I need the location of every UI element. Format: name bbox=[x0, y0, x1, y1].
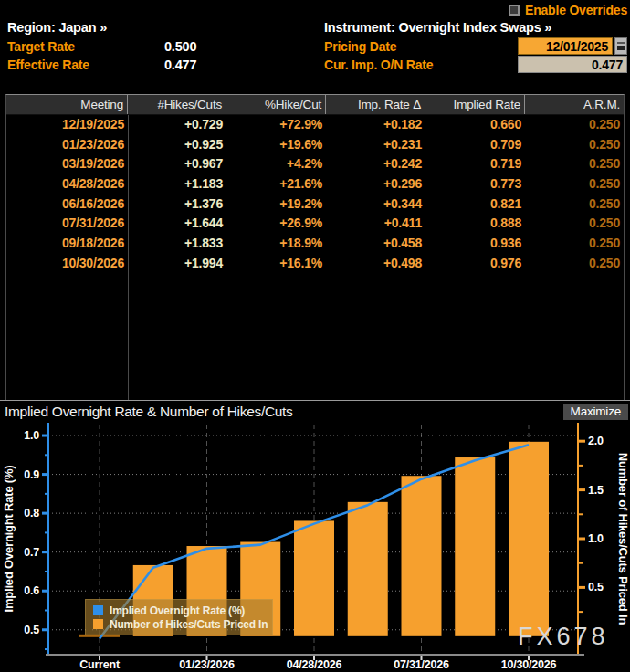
cell-meeting: 01/23/2026 bbox=[6, 135, 128, 155]
svg-text:1.0: 1.0 bbox=[588, 532, 604, 545]
svg-text:0.9: 0.9 bbox=[24, 468, 39, 481]
cell-pct-hike-cut: +72.9% bbox=[226, 115, 326, 135]
svg-text:10/30/2026: 10/30/2026 bbox=[501, 658, 557, 671]
effective-rate-label: Effective Rate bbox=[7, 58, 89, 72]
effective-rate-value: 0.477 bbox=[164, 58, 196, 72]
cell-implied-rate: 0.660 bbox=[425, 115, 525, 135]
cell-hikes-cuts: +1.644 bbox=[128, 214, 226, 234]
cell-pct-hike-cut: +16.1% bbox=[226, 254, 326, 274]
cell-pct-hike-cut: +19.2% bbox=[226, 194, 326, 215]
table-row[interactable]: 07/31/2026+1.644+26.9%+0.4110.8880.250 bbox=[6, 214, 624, 234]
cell-arm: 0.250 bbox=[525, 194, 624, 215]
svg-text:07/31/2026: 07/31/2026 bbox=[394, 658, 449, 671]
chart-section: Implied Overnight Rate & Number of Hikes… bbox=[0, 400, 630, 672]
svg-text:0.5: 0.5 bbox=[24, 624, 39, 636]
cell-pct-hike-cut: +19.6% bbox=[226, 135, 326, 155]
cell-imp-rate-delta: +0.344 bbox=[326, 194, 425, 215]
table-row[interactable]: 12/19/2025+0.729+72.9%+0.1820.6600.250 bbox=[6, 115, 624, 135]
table-row[interactable]: 03/19/2026+0.967+4.2%+0.2420.7190.250 bbox=[6, 154, 624, 174]
svg-text:Current: Current bbox=[79, 658, 121, 671]
cell-hikes-cuts: +0.967 bbox=[128, 154, 226, 174]
enable-overrides-checkbox[interactable] bbox=[509, 5, 520, 16]
table-row[interactable]: 01/23/2026+0.925+19.6%+0.2310.7090.250 bbox=[6, 135, 624, 155]
col-header-implied-rate[interactable]: Implied Rate bbox=[425, 95, 525, 114]
table-row[interactable]: 06/16/2026+1.376+19.2%+0.3440.8210.250 bbox=[6, 194, 624, 215]
cell-hikes-cuts: +0.729 bbox=[128, 115, 226, 135]
chart-body: 0.50.60.70.80.91.00.51.01.52.0Current01/… bbox=[0, 423, 630, 672]
cell-imp-rate-delta: +0.411 bbox=[326, 214, 425, 234]
maximize-button[interactable]: Maximize bbox=[563, 404, 628, 420]
svg-text:2.0: 2.0 bbox=[588, 435, 604, 447]
svg-text:0.6: 0.6 bbox=[24, 584, 39, 597]
cell-implied-rate: 0.719 bbox=[425, 154, 525, 174]
enable-overrides-control[interactable]: Enable Overrides bbox=[509, 3, 627, 17]
svg-text:0.7: 0.7 bbox=[24, 546, 39, 559]
meetings-table: Meeting #Hikes/Cuts %Hike/Cut Imp. Rate … bbox=[5, 94, 625, 400]
chart-legend: Implied Overnight Rate (%)Number of Hike… bbox=[85, 599, 273, 635]
cell-arm: 0.250 bbox=[525, 115, 624, 135]
cell-hikes-cuts: +1.994 bbox=[128, 254, 226, 274]
cell-implied-rate: 0.936 bbox=[425, 234, 525, 254]
table-row[interactable]: 10/30/2026+1.994+16.1%+0.4980.9760.250 bbox=[6, 254, 624, 274]
col-header-pct-hike-cut[interactable]: %Hike/Cut bbox=[226, 95, 326, 114]
cell-meeting: 10/30/2026 bbox=[6, 254, 128, 274]
cell-implied-rate: 0.773 bbox=[425, 174, 525, 194]
col-header-arm[interactable]: A.R.M. bbox=[525, 95, 624, 114]
cell-arm: 0.250 bbox=[525, 214, 624, 234]
cell-pct-hike-cut: +26.9% bbox=[226, 214, 326, 234]
wirp-screen: Enable Overrides Region: Japan » Instrum… bbox=[0, 0, 630, 672]
cell-meeting: 04/28/2026 bbox=[6, 174, 128, 194]
cell-pct-hike-cut: +18.9% bbox=[226, 234, 326, 254]
col-header-meeting[interactable]: Meeting bbox=[6, 95, 128, 114]
cell-meeting: 12/19/2025 bbox=[6, 115, 128, 135]
svg-text:01/23/2026: 01/23/2026 bbox=[179, 658, 235, 671]
svg-text:0.8: 0.8 bbox=[24, 507, 39, 520]
cell-arm: 0.250 bbox=[525, 135, 624, 155]
svg-text:1.0: 1.0 bbox=[24, 429, 39, 442]
table-row[interactable]: 09/18/2026+1.833+18.9%+0.4580.9360.250 bbox=[6, 234, 624, 254]
svg-text:04/28/2026: 04/28/2026 bbox=[287, 658, 342, 671]
col-header-imp-rate-delta[interactable]: Imp. Rate Δ bbox=[326, 95, 425, 114]
pricing-date-input[interactable]: 12/01/2025 bbox=[518, 37, 613, 55]
cell-arm: 0.250 bbox=[525, 254, 624, 274]
cell-imp-rate-delta: +0.296 bbox=[326, 174, 425, 194]
col-header-hikes-cuts[interactable]: #Hikes/Cuts bbox=[128, 95, 226, 114]
cell-arm: 0.250 bbox=[525, 234, 624, 254]
cell-pct-hike-cut: +21.6% bbox=[226, 174, 326, 194]
pricing-date-label: Pricing Date bbox=[324, 39, 396, 54]
calendar-icon bbox=[617, 42, 625, 50]
cell-meeting: 09/18/2026 bbox=[6, 234, 128, 254]
cell-implied-rate: 0.821 bbox=[425, 194, 525, 215]
cell-arm: 0.250 bbox=[525, 154, 624, 174]
cell-meeting: 03/19/2026 bbox=[6, 154, 128, 174]
cell-hikes-cuts: +1.376 bbox=[128, 194, 226, 215]
target-rate-value: 0.500 bbox=[164, 39, 196, 54]
target-rate-label: Target Rate bbox=[7, 39, 75, 54]
cur-imp-rate-input[interactable]: 0.477 bbox=[518, 56, 627, 73]
chart-titlebar: Implied Overnight Rate & Number of Hikes… bbox=[0, 401, 630, 423]
table-row[interactable]: 04/28/2026+1.183+21.6%+0.2960.7730.250 bbox=[6, 174, 624, 194]
svg-text:0.5: 0.5 bbox=[588, 581, 604, 593]
enable-overrides-label: Enable Overrides bbox=[525, 3, 627, 17]
chart-title: Implied Overnight Rate & Number of Hikes… bbox=[0, 404, 293, 420]
cell-arm: 0.250 bbox=[525, 174, 624, 194]
meeting-column-separator bbox=[128, 115, 129, 400]
svg-text:Implied Overnight Rate (%): Implied Overnight Rate (%) bbox=[2, 466, 16, 613]
cell-hikes-cuts: +0.925 bbox=[128, 135, 226, 155]
cell-meeting: 07/31/2026 bbox=[6, 214, 128, 234]
cell-hikes-cuts: +1.833 bbox=[128, 234, 226, 254]
calendar-button[interactable] bbox=[614, 37, 627, 55]
cell-imp-rate-delta: +0.458 bbox=[326, 234, 425, 254]
table-body: 12/19/2025+0.729+72.9%+0.1820.6600.25001… bbox=[6, 115, 624, 274]
cell-imp-rate-delta: +0.242 bbox=[326, 154, 425, 174]
cell-pct-hike-cut: +4.2% bbox=[226, 154, 326, 174]
legend-swatch bbox=[93, 605, 103, 615]
region-link[interactable]: Region: Japan » bbox=[7, 20, 107, 35]
legend-entry: Implied Overnight Rate (%) bbox=[93, 604, 267, 617]
legend-entry: Number of Hikes/Cuts Priced In bbox=[93, 617, 267, 631]
cell-implied-rate: 0.976 bbox=[425, 254, 525, 274]
cell-hikes-cuts: +1.183 bbox=[128, 174, 226, 194]
cell-imp-rate-delta: +0.231 bbox=[326, 135, 425, 155]
table-header-row: Meeting #Hikes/Cuts %Hike/Cut Imp. Rate … bbox=[6, 95, 624, 115]
instrument-link[interactable]: Instrument: Overnight Index Swaps » bbox=[324, 20, 551, 35]
